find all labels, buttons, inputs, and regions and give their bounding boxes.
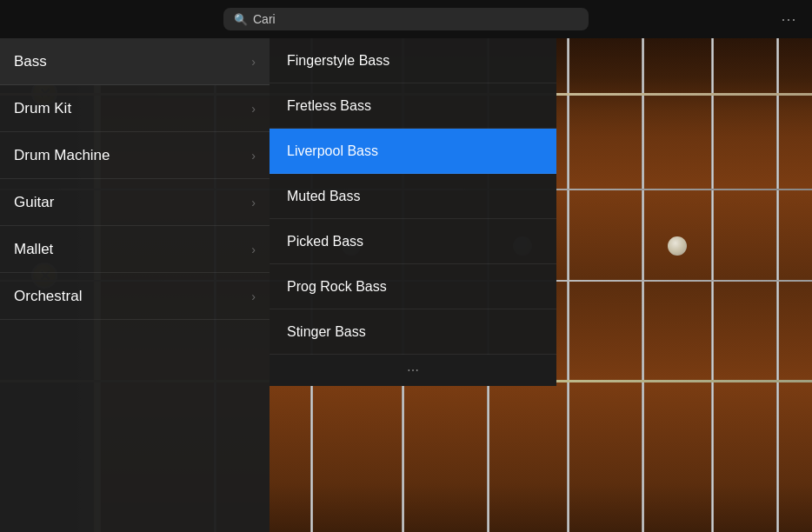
chevron-icon-drum-machine: ›	[251, 149, 256, 163]
sidebar-item-bass[interactable]: Bass ›	[0, 38, 270, 85]
search-text: Cari	[253, 12, 578, 26]
fret-8	[776, 38, 779, 532]
top-bar: 🔍 Cari ⋯	[0, 0, 812, 38]
sidebar-item-mallet[interactable]: Mallet ›	[0, 226, 270, 273]
submenu-item-liverpool-bass[interactable]: Liverpool Bass	[270, 129, 556, 174]
sidebar-item-drum-machine[interactable]: Drum Machine ›	[0, 132, 270, 179]
submenu-item-picked-bass[interactable]: Picked Bass	[270, 219, 556, 264]
chevron-icon-bass: ›	[251, 55, 256, 69]
fret-dot-3	[668, 236, 687, 256]
sidebar-item-orchestral[interactable]: Orchestral ›	[0, 273, 270, 320]
fret-5	[567, 38, 569, 532]
chevron-icon-guitar: ›	[251, 196, 256, 209]
search-box[interactable]: 🔍 Cari	[223, 8, 589, 30]
menu-icon[interactable]: ⋯	[781, 10, 798, 29]
submenu: Fingerstyle Bass Fretless Bass Liverpool…	[270, 38, 556, 386]
submenu-item-prog-rock-bass[interactable]: Prog Rock Bass	[270, 264, 556, 309]
fret-7	[711, 38, 714, 532]
submenu-item-fingerstyle-bass[interactable]: Fingerstyle Bass	[270, 38, 556, 83]
sidebar-item-guitar[interactable]: Guitar ›	[0, 179, 270, 226]
search-icon: 🔍	[234, 13, 248, 26]
chevron-icon-mallet: ›	[251, 243, 256, 256]
chevron-icon-drum-kit: ›	[251, 102, 256, 116]
fret-6	[642, 38, 644, 532]
submenu-item-muted-bass[interactable]: Muted Bass	[270, 174, 556, 219]
sidebar-item-drum-kit[interactable]: Drum Kit ›	[0, 85, 270, 132]
scroll-dots-icon: ⋯	[407, 363, 419, 377]
sidebar: Bass › Drum Kit › Drum Machine › Guitar …	[0, 38, 270, 532]
submenu-item-stinger-bass[interactable]: Stinger Bass	[270, 309, 556, 355]
chevron-icon-orchestral: ›	[251, 289, 256, 303]
scroll-indicator: ⋯	[270, 355, 556, 386]
submenu-item-fretless-bass[interactable]: Fretless Bass	[270, 83, 556, 129]
